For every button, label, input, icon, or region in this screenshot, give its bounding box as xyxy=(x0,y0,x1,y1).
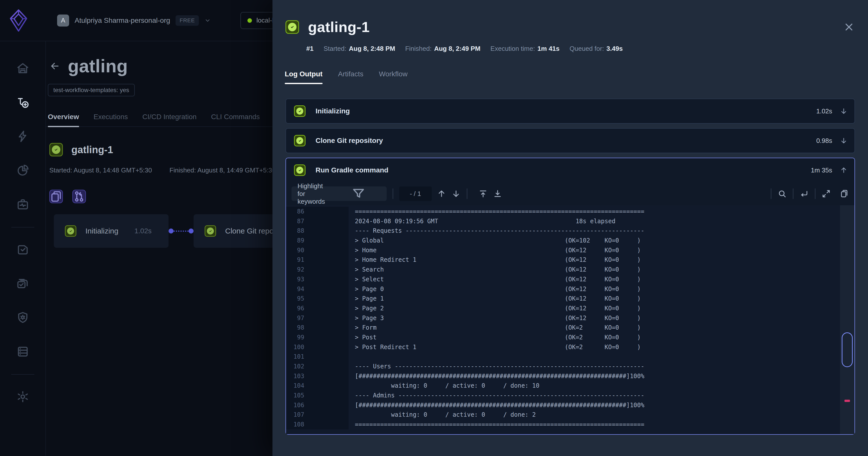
scroll-to-top-icon[interactable] xyxy=(478,189,488,198)
monitoring-badge-icon[interactable] xyxy=(16,198,29,211)
step-header[interactable]: Run Gradle command 1m 35s xyxy=(286,158,855,182)
expand-fullscreen-icon[interactable] xyxy=(822,189,831,198)
step-label: Run Gradle command xyxy=(315,166,389,174)
log-line: 105---- Admins -------------------------… xyxy=(286,391,855,400)
tab-cicd-integration[interactable]: CI/CD Integration xyxy=(143,113,196,126)
org-avatar: A xyxy=(57,14,69,27)
tab-workflow[interactable]: Workflow xyxy=(379,70,408,84)
log-line-number: 107 xyxy=(286,410,349,420)
prev-match-arrow-up-icon[interactable] xyxy=(437,189,446,198)
sources-server-icon[interactable] xyxy=(16,345,29,358)
execution-drawer: gatling-1 #1 Started:Aug 8, 2:48 PM Fini… xyxy=(273,0,868,456)
log-line-text: [#######################################… xyxy=(349,400,644,410)
meta-label: Execution time: xyxy=(490,45,535,53)
step-duration: 1.02s xyxy=(816,107,832,115)
log-line-number: 100 xyxy=(286,343,349,352)
log-line-number: 108 xyxy=(286,420,349,429)
triggers-lightning-icon[interactable] xyxy=(16,130,29,143)
executors-shield-gear-icon[interactable] xyxy=(16,311,29,324)
arrow-up-icon[interactable] xyxy=(840,166,848,174)
log-line-text: [#######################################… xyxy=(349,371,644,381)
log-line-text: > Home (OK=12 KO=0 ) xyxy=(349,246,641,255)
log-scrollbar-track[interactable] xyxy=(840,205,855,434)
log-line: 96> Page 2 (OK=12 KO=0 ) xyxy=(286,303,855,313)
scrollbar-match-marker xyxy=(844,400,850,402)
tests-box-check-icon[interactable] xyxy=(16,243,29,256)
create-test-workflow-icon[interactable] xyxy=(16,96,29,109)
run-number: #1 xyxy=(306,45,314,53)
scroll-to-bottom-icon[interactable] xyxy=(493,189,502,198)
close-icon[interactable] xyxy=(844,22,854,32)
status-passed-icon xyxy=(205,225,216,237)
log-line-number: 97 xyxy=(286,313,349,323)
log-line: 94> Page 0 (OK=12 KO=0 ) xyxy=(286,284,855,294)
step-header[interactable]: Initializing 1.02s xyxy=(286,99,855,123)
drawer-tabs: Log Output Artifacts Workflow xyxy=(285,70,868,84)
search-icon[interactable] xyxy=(777,189,787,198)
log-line: 872024-08-08 09:19:56 GMT 18s elapsed xyxy=(286,217,855,226)
execution-meta: #1 Started:Aug 8, 2:48 PM Finished:Aug 8… xyxy=(306,45,868,53)
settings-gear-icon[interactable] xyxy=(16,390,29,403)
log-line: 103[####################################… xyxy=(286,371,855,381)
log-line: 108=====================================… xyxy=(286,420,855,429)
plan-badge: FREE xyxy=(176,15,199,26)
log-line-text: > Search (OK=12 KO=0 ) xyxy=(349,265,641,274)
step-duration: 1m 35s xyxy=(811,166,832,174)
org-selector[interactable]: A Atulpriya Sharma-personal-org FREE xyxy=(57,14,211,27)
log-line: 90> Home (OK=12 KO=0 ) xyxy=(286,246,855,255)
word-wrap-icon[interactable] xyxy=(799,189,809,198)
tab-cli-commands[interactable]: CLI Commands xyxy=(211,113,260,126)
status-passed-icon xyxy=(65,225,76,237)
step-label: Initializing xyxy=(315,107,350,115)
rail-divider xyxy=(11,227,34,228)
copy-log-icon[interactable] xyxy=(839,189,849,198)
home-icon[interactable] xyxy=(16,62,29,75)
tab-executions[interactable]: Executions xyxy=(94,113,128,126)
log-line-number: 95 xyxy=(286,294,349,303)
nav-rail xyxy=(0,41,46,456)
insights-pie-chart-icon[interactable] xyxy=(16,164,29,177)
env-status-dot xyxy=(247,18,252,23)
copy-button[interactable] xyxy=(49,190,63,203)
log-line-number: 94 xyxy=(286,284,349,294)
next-match-arrow-down-icon[interactable] xyxy=(451,189,461,198)
tab-log-output[interactable]: Log Output xyxy=(285,70,322,84)
step-duration: 0.98s xyxy=(816,137,832,145)
status-passed-icon xyxy=(294,135,306,146)
log-line: 100> Post Redirect 1 (OK=2 KO=0 ) xyxy=(286,343,855,352)
log-line-text: ---- Requests --------------------------… xyxy=(349,226,644,236)
execution-name[interactable]: gatling-1 xyxy=(71,144,113,155)
log-line: 98> Form (OK=2 KO=0 ) xyxy=(286,323,855,333)
log-line-text: waiting: 0 / active: 0 / done: 10 xyxy=(349,381,539,391)
log-line-number: 93 xyxy=(286,274,349,284)
log-line-text: > Post (OK=2 KO=0 ) xyxy=(349,333,641,343)
rail-divider xyxy=(11,374,34,374)
tab-overview[interactable]: Overview xyxy=(48,113,79,126)
back-arrow-icon[interactable] xyxy=(49,61,60,72)
highlight-label: Highlight for keywords xyxy=(298,182,332,205)
arrow-down-icon[interactable] xyxy=(840,107,848,115)
match-counter: - / 1 xyxy=(399,187,432,201)
log-viewer[interactable]: 86======================================… xyxy=(286,205,855,434)
log-line-number: 106 xyxy=(286,400,349,410)
highlight-keywords-button[interactable]: Highlight for keywords xyxy=(291,187,387,201)
test-suites-stack-icon[interactable] xyxy=(16,277,29,290)
log-line: 92> Search (OK=12 KO=0 ) xyxy=(286,265,855,274)
arrow-down-icon[interactable] xyxy=(840,137,848,145)
workflow-node-initializing[interactable]: Initializing 1.02s xyxy=(54,214,168,248)
log-line-number: 101 xyxy=(286,352,349,362)
step-header[interactable]: Clone Git repository 0.98s xyxy=(286,129,855,153)
log-line-number: 98 xyxy=(286,323,349,333)
log-lines: 86======================================… xyxy=(286,205,855,434)
status-passed-icon xyxy=(294,164,306,176)
log-line-text: 2024-08-08 09:19:56 GMT 18s elapsed xyxy=(349,217,615,226)
log-line-number: 102 xyxy=(286,362,349,371)
git-compare-button[interactable] xyxy=(72,190,86,203)
page-title: gatling xyxy=(68,56,128,76)
log-line-text: waiting: 0 / active: 0 / done: 2 xyxy=(349,410,536,420)
drawer-title: gatling-1 xyxy=(308,19,370,35)
log-scrollbar-thumb[interactable] xyxy=(842,332,853,367)
toolbar-divider xyxy=(393,189,393,199)
tab-artifacts[interactable]: Artifacts xyxy=(338,70,363,84)
log-line: 104 waiting: 0 / active: 0 / done: 10 xyxy=(286,381,855,391)
